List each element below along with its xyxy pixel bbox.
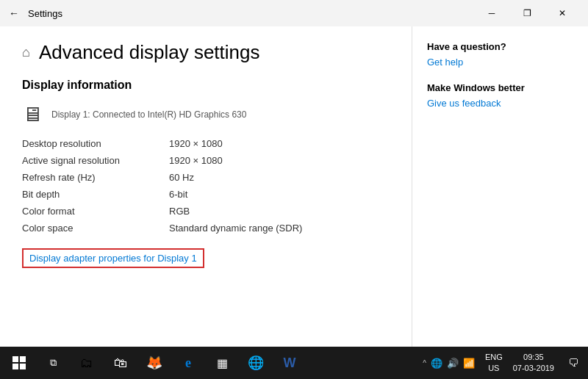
info-value: 1920 × 1080 xyxy=(169,152,390,169)
taskbar-edge[interactable]: e xyxy=(172,348,204,378)
help-section: Have a question? Get help xyxy=(427,41,573,68)
taskbar-terminal[interactable]: ▦ xyxy=(206,348,238,378)
get-help-link[interactable]: Get help xyxy=(427,57,573,68)
main-content: ⌂ Advanced display settings Display info… xyxy=(0,26,588,347)
taskbar-store[interactable]: 🛍 xyxy=(104,348,137,378)
display-info-row: 🖥 Display 1: Connected to Intel(R) HD Gr… xyxy=(22,102,390,126)
section-title: Display information xyxy=(22,79,390,92)
notification-icon: 🗨 xyxy=(568,357,578,369)
window-controls: ─ ❐ ✕ xyxy=(475,3,579,24)
task-view-icon: ⧉ xyxy=(50,357,57,369)
terminal-icon: ▦ xyxy=(217,356,228,370)
taskbar-chrome[interactable]: 🌐 xyxy=(240,348,272,378)
tray-chevron[interactable]: ^ xyxy=(423,359,426,367)
volume-icon[interactable]: 🔊 xyxy=(447,358,459,369)
close-button[interactable]: ✕ xyxy=(545,3,579,24)
chrome-icon: 🌐 xyxy=(248,355,264,371)
taskbar-file-explorer[interactable]: 🗂 xyxy=(71,348,103,378)
taskbar-firefox[interactable]: 🦊 xyxy=(138,348,171,378)
info-value: 1920 × 1080 xyxy=(169,135,390,152)
windows-logo-icon xyxy=(12,356,26,369)
help-title: Have a question? xyxy=(427,41,573,52)
info-value: 6-bit xyxy=(169,186,390,203)
info-label: Color format xyxy=(22,203,169,220)
info-value: RGB xyxy=(169,203,390,220)
clock-time: 09:35 xyxy=(523,352,544,363)
table-row: Desktop resolution1920 × 1080 xyxy=(22,135,390,152)
info-label: Desktop resolution xyxy=(22,135,169,152)
home-icon[interactable]: ⌂ xyxy=(22,45,30,60)
table-row: Refresh rate (Hz)60 Hz xyxy=(22,169,390,186)
info-value: 60 Hz xyxy=(169,169,390,186)
page-title-row: ⌂ Advanced display settings xyxy=(22,41,390,64)
feedback-title: Make Windows better xyxy=(427,82,573,93)
info-label: Color space xyxy=(22,220,169,237)
display-name-label: Display 1: Connected to Intel(R) HD Grap… xyxy=(51,109,246,120)
system-tray: ^ 🌐 🔊 📶 xyxy=(417,358,481,369)
taskbar-word[interactable]: W xyxy=(273,348,306,378)
file-explorer-icon: 🗂 xyxy=(80,355,93,371)
maximize-button[interactable]: ❐ xyxy=(510,3,544,24)
left-panel: ⌂ Advanced display settings Display info… xyxy=(0,26,412,347)
word-icon: W xyxy=(284,355,296,371)
adapter-link[interactable]: Display adapter properties for Display 1 xyxy=(22,248,204,268)
start-button[interactable] xyxy=(3,348,35,378)
network-icon: 🌐 xyxy=(431,358,442,369)
notification-button[interactable]: 🗨 xyxy=(562,348,585,378)
store-icon: 🛍 xyxy=(114,355,127,371)
info-label: Refresh rate (Hz) xyxy=(22,169,169,186)
taskbar-clock[interactable]: 09:35 07-03-2019 xyxy=(507,352,560,375)
wifi-icon[interactable]: 📶 xyxy=(463,358,475,369)
task-view-button[interactable]: ⧉ xyxy=(37,348,69,378)
monitor-icon: 🖥 xyxy=(22,102,43,126)
info-label: Bit depth xyxy=(22,186,169,203)
edge-icon: e xyxy=(185,355,191,371)
taskbar: ⧉ 🗂 🛍 🦊 e ▦ 🌐 W ^ 🌐 🔊 📶 ENG US 09:35 07-… xyxy=(0,347,588,379)
table-row: Bit depth6-bit xyxy=(22,186,390,203)
feedback-link[interactable]: Give us feedback xyxy=(427,98,573,109)
title-bar-text: Settings xyxy=(28,8,475,19)
language-indicator[interactable]: ENG US xyxy=(482,352,506,375)
lang-label: ENG xyxy=(485,352,503,363)
right-panel: Have a question? Get help Make Windows b… xyxy=(412,26,588,347)
clock-date: 07-03-2019 xyxy=(513,363,554,374)
feedback-section: Make Windows better Give us feedback xyxy=(427,82,573,109)
display-info-table: Desktop resolution1920 × 1080Active sign… xyxy=(22,135,390,237)
info-label: Active signal resolution xyxy=(22,152,169,169)
minimize-button[interactable]: ─ xyxy=(475,3,509,24)
back-button[interactable]: ← xyxy=(9,7,19,19)
info-value: Standard dynamic range (SDR) xyxy=(169,220,390,237)
title-bar: ← Settings ─ ❐ ✕ xyxy=(0,0,588,26)
table-row: Color formatRGB xyxy=(22,203,390,220)
table-row: Color spaceStandard dynamic range (SDR) xyxy=(22,220,390,237)
table-row: Active signal resolution1920 × 1080 xyxy=(22,152,390,169)
region-label: US xyxy=(488,363,499,374)
firefox-icon: 🦊 xyxy=(146,355,162,371)
page-title: Advanced display settings xyxy=(39,41,260,64)
